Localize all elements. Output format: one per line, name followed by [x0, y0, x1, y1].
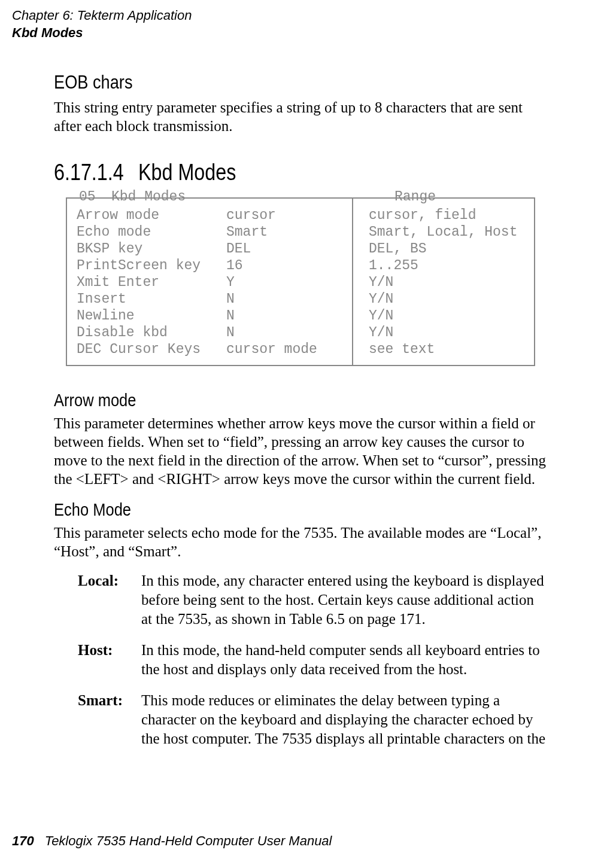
- definition-term: Host:: [78, 641, 133, 679]
- para-arrow-mode: This parameter determines whether arrow …: [54, 414, 547, 489]
- param-value: Smart: [226, 224, 352, 240]
- definition-desc: This mode reduces or eliminates the dela…: [141, 691, 547, 748]
- param-value: 16: [226, 257, 352, 274]
- param-range: Smart, Local, Host: [353, 224, 524, 240]
- definition-desc: In this mode, the hand-held computer sen…: [141, 641, 547, 679]
- header-chapter: Chapter 6: Tekterm Application: [12, 7, 601, 25]
- page-number: 170: [12, 833, 34, 848]
- heading-eob-chars: EOB chars: [54, 71, 473, 93]
- param-name: Xmit Enter: [77, 274, 226, 291]
- param-name: Disable kbd: [77, 324, 226, 341]
- page-footer: 170Teklogix 7535 Hand-Held Computer User…: [12, 833, 332, 849]
- page-content: EOB chars This string entry parameter sp…: [0, 41, 601, 748]
- echo-mode-definitions: Local:In this mode, any character entere…: [78, 571, 547, 748]
- param-name: DEC Cursor Keys: [77, 341, 226, 358]
- column-divider: [352, 199, 353, 365]
- param-value: N: [226, 291, 352, 307]
- param-range: 1..255: [353, 257, 524, 274]
- page-header: Chapter 6: Tekterm Application Kbd Modes: [0, 7, 601, 41]
- param-name: BKSP key: [77, 240, 226, 257]
- param-range: cursor, field: [353, 207, 524, 224]
- section-number: 6.17.1.4: [54, 160, 124, 185]
- param-name: Newline: [77, 307, 226, 324]
- header-section: Kbd Modes: [12, 25, 601, 42]
- param-range: Y/N: [353, 274, 524, 291]
- param-name: PrintScreen key: [77, 257, 226, 274]
- heading-arrow-mode: Arrow mode: [54, 390, 473, 410]
- kbd-modes-table: Arrow modecursorcursor, fieldEcho modeSm…: [66, 205, 535, 358]
- param-range: see text: [353, 341, 524, 358]
- section-title: Kbd Modes: [138, 160, 236, 185]
- para-echo-intro: This parameter selects echo mode for the…: [54, 523, 547, 561]
- heading-echo-mode: Echo Mode: [54, 500, 473, 520]
- param-value: cursor mode: [226, 341, 352, 358]
- definition-row: Smart:This mode reduces or eliminates th…: [78, 691, 547, 748]
- heading-kbd-modes: 6.17.1.4 Kbd Modes: [54, 160, 473, 185]
- para-eob: This string entry parameter specifies a …: [54, 98, 547, 136]
- footer-title: Teklogix 7535 Hand-Held Computer User Ma…: [45, 833, 332, 848]
- param-name: Arrow mode: [77, 207, 226, 224]
- definition-row: Local:In this mode, any character entere…: [78, 571, 547, 629]
- param-value: DEL: [226, 240, 352, 257]
- param-range: Y/N: [353, 291, 524, 307]
- definition-term: Smart:: [78, 691, 133, 748]
- definition-row: Host:In this mode, the hand-held compute…: [78, 641, 547, 679]
- param-value: cursor: [226, 207, 352, 224]
- param-range: Y/N: [353, 324, 524, 341]
- param-value: N: [226, 324, 352, 341]
- param-range: Y/N: [353, 307, 524, 324]
- param-value: N: [226, 307, 352, 324]
- kbd-modes-figure: 05 Kbd Modes Range Arrow modecursorcurso…: [66, 197, 535, 366]
- param-range: DEL, BS: [353, 240, 524, 257]
- definition-term: Local:: [78, 571, 133, 629]
- param-value: Y: [226, 274, 352, 291]
- param-name: Insert: [77, 291, 226, 307]
- definition-desc: In this mode, any character entered usin…: [141, 571, 547, 629]
- param-name: Echo mode: [77, 224, 226, 240]
